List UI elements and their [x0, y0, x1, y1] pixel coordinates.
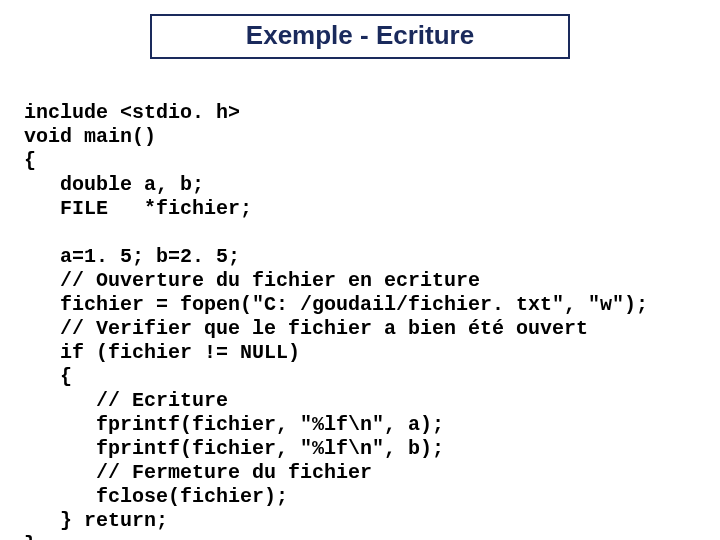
code-line: // Ouverture du fichier en ecriture	[24, 269, 480, 292]
code-line: fprintf(fichier, "%lf\n", a);	[24, 413, 444, 436]
code-line: } return;	[24, 509, 168, 532]
code-line: fprintf(fichier, "%lf\n", b);	[24, 437, 444, 460]
code-line: if (fichier != NULL)	[24, 341, 300, 364]
code-line: // Ecriture	[24, 389, 228, 412]
code-line: {	[24, 365, 72, 388]
slide-title-box: Exemple - Ecriture	[150, 14, 570, 59]
code-line: // Fermeture du fichier	[24, 461, 372, 484]
slide-title: Exemple - Ecriture	[246, 20, 474, 50]
code-line: // Verifier que le fichier a bien été ou…	[24, 317, 588, 340]
code-line: void main()	[24, 125, 156, 148]
code-line: a=1. 5; b=2. 5;	[24, 245, 240, 268]
code-line: }	[24, 533, 36, 540]
code-line: {	[24, 149, 36, 172]
code-line: fclose(fichier);	[24, 485, 288, 508]
code-line: FILE *fichier;	[24, 197, 252, 220]
code-line: double a, b;	[24, 173, 204, 196]
code-line: include <stdio. h>	[24, 101, 240, 124]
code-line: fichier = fopen("C: /goudail/fichier. tx…	[24, 293, 648, 316]
code-block: include <stdio. h> void main() { double …	[0, 77, 720, 540]
